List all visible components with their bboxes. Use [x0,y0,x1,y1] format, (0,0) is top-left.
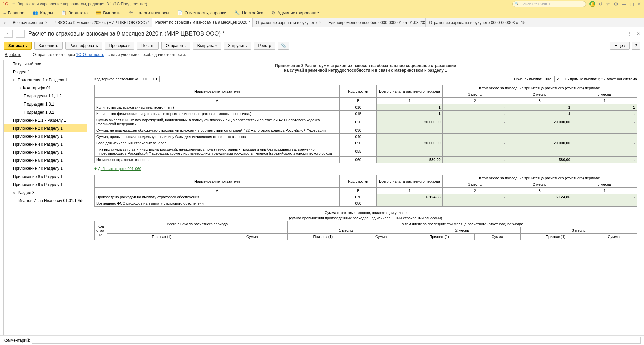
more-button[interactable]: Еще [610,42,630,50]
num-cell[interactable]: - [572,140,637,146]
fill-button[interactable]: Заполнить [34,42,63,50]
settings-icon[interactable]: ⚙ [614,1,618,7]
tab[interactable]: Расчет по страховым взносам за 9 месяцев… [152,18,253,27]
tree-item[interactable]: Приложение 5 к Разделу 1 [4,148,87,156]
status-work-link[interactable]: В работе [5,52,21,57]
num-cell[interactable]: 1 [377,104,443,111]
num-cell[interactable]: - [572,157,637,163]
save-button[interactable]: Записать [4,42,32,50]
num-cell[interactable]: 20 000,00 [507,117,572,127]
menu-item[interactable]: 👥Кадры [33,10,53,15]
page-kebab-icon[interactable]: ⋮ [627,31,631,36]
check-button[interactable]: Проверка [105,42,134,50]
tree-expand-icon[interactable]: ⊖ [13,191,17,194]
status-1c-link[interactable]: 1С-Отчетность [76,52,104,57]
help-button[interactable]: ? [632,42,640,50]
num-cell[interactable]: - [507,200,572,207]
tree-expand-icon[interactable]: ⊖ [13,78,17,82]
maximize-icon[interactable]: ▢ [630,1,634,7]
num-cell[interactable]: - [442,117,507,127]
num-cell[interactable]: 1 [377,111,443,117]
num-cell[interactable]: - [377,200,443,207]
comment-input[interactable] [32,337,641,343]
num-cell[interactable]: - [442,157,507,163]
tree-item[interactable]: Приложение 6 к Разделу 1 [4,156,87,164]
num-cell[interactable]: - [572,200,637,207]
tab[interactable]: Единовременное пособие 0000-000001 от 01… [325,18,426,27]
num-cell[interactable]: - [572,194,637,200]
num-cell[interactable]: - [377,127,443,134]
registry-button[interactable]: Реестр [254,42,275,50]
num-cell[interactable]: 20 000,00 [377,117,443,127]
decode-button[interactable]: Расшифровать [65,42,102,50]
num-cell[interactable]: - [377,146,443,157]
tab-close-icon[interactable]: ✕ [319,21,321,24]
tree-item[interactable]: Приложение 1.1 к Разделу 1 [4,116,87,124]
load-button[interactable]: Загрузить [224,42,251,50]
app-menu-icon[interactable]: ≡ [12,1,15,7]
minimize-icon[interactable]: — [622,1,626,7]
payout-code-field[interactable]: 2 [554,76,561,82]
tree-item[interactable]: Титульный лист [4,60,87,68]
attachment-button[interactable]: 📎 [278,42,289,50]
num-cell[interactable]: 20 000,00 [507,140,572,146]
tree-item[interactable]: ⊖Код тарифа 01 [4,84,87,92]
num-cell[interactable]: 580,00 [377,157,443,163]
num-cell[interactable]: - [442,111,507,117]
menu-item[interactable]: 🔧Настройка [234,10,263,15]
print-button[interactable]: Печать [137,42,159,50]
tree-item[interactable]: ⊖Раздел 3 [4,189,87,197]
num-cell[interactable]: 1 [507,111,572,117]
tab[interactable]: Отражение зарплаты в бухучете✕ [253,18,325,27]
num-cell[interactable]: - [377,134,443,140]
tab[interactable]: Отражение зарплаты в бухучете 0000-00000… [426,18,526,27]
num-cell[interactable]: - [507,146,572,157]
menu-item[interactable]: %Налоги и взносы [129,10,169,15]
close-icon[interactable]: ✕ [637,1,641,7]
menu-item[interactable]: 📄Отчетность, справки [177,10,226,15]
tree-item[interactable]: Раздел 1 [4,68,87,76]
notifications-icon[interactable]: 🔔 [589,1,595,7]
menu-item[interactable]: 📋Зарплата [61,10,88,15]
num-cell[interactable]: 6 124,86 [507,194,572,200]
num-cell[interactable]: 1 [572,104,637,111]
num-cell[interactable]: - [442,200,507,207]
num-cell[interactable]: 1 [507,104,572,111]
num-cell[interactable]: - [572,111,637,117]
num-cell[interactable]: - [442,104,507,111]
num-cell[interactable]: - [572,146,637,157]
num-cell[interactable]: - [572,127,637,134]
add-rows-link[interactable]: Добавить строки 001-060 [98,167,141,171]
tariff-code-field[interactable]: 01 [151,76,160,82]
tab[interactable]: 4-ФСС за 9 месяцев 2020 г. (МИР ЦВЕТОВ О… [51,18,152,27]
num-cell[interactable]: - [507,134,572,140]
nav-forward-button[interactable]: → [16,30,25,38]
tree-item[interactable]: ⊖Приложение 1 к Разделу 1 [4,76,87,84]
page-close-icon[interactable]: ✕ [637,31,640,36]
num-cell[interactable]: 20 000,00 [377,140,443,146]
tree-item[interactable]: Приложение 8 к Разделу 1 [4,172,87,181]
num-cell[interactable]: - [572,134,637,140]
num-cell[interactable]: - [507,127,572,134]
tab[interactable]: Все начисления✕ [9,18,51,27]
num-cell[interactable]: - [442,134,507,140]
tree-expand-icon[interactable]: ⊖ [18,86,22,90]
favorites-icon[interactable]: ☆ [606,1,610,7]
tree-item[interactable]: Приложение 2 к Разделу 1 [4,124,87,132]
tree-item[interactable]: Подразделы 1.1, 1.2 [4,92,87,100]
menu-item[interactable]: 💳Выплаты [96,10,121,15]
num-cell[interactable]: 580,00 [507,157,572,163]
num-cell[interactable]: - [572,117,637,127]
tab-close-icon[interactable]: ✕ [45,21,48,24]
tree-item[interactable]: Приложение 4 к Разделу 1 [4,140,87,148]
tree-item[interactable]: Приложение 3 к Разделу 1 [4,132,87,140]
export-button[interactable]: Выгрузка [193,42,221,50]
search-input[interactable]: Поиск Ctrl+Shift+F [512,1,586,7]
tree-item[interactable]: Подраздел 1.3.1 [4,100,87,108]
tree-item[interactable]: Подраздел 1.3.2 [4,108,87,116]
tree-item[interactable]: Приложение 9 к Разделу 1 [4,181,87,189]
menu-item[interactable]: ⚙Администрирование [271,10,319,15]
menu-item[interactable]: ≡Главное [3,10,24,15]
plus-icon[interactable]: + [94,166,97,171]
tab-home[interactable]: ⌂ [1,18,9,27]
